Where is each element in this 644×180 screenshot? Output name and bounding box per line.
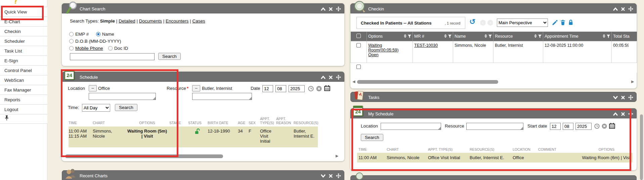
collapse-icon[interactable] [613,7,618,11]
date-year-input[interactable] [575,123,592,130]
sidebar-item-reports[interactable]: Reports [0,95,47,104]
calendar-picker-icon[interactable] [609,123,615,130]
expand-icon[interactable] [613,96,618,100]
search-type-encounters[interactable]: Encounters [166,19,188,24]
time-picker-icon[interactable] [308,86,314,93]
calendar-picker-icon[interactable] [324,85,330,92]
date-year-input[interactable] [289,85,305,92]
sidebar-item-webscan[interactable]: WebScan [0,75,47,85]
scrollbar-thumb[interactable] [65,154,223,158]
move-icon[interactable] [336,173,341,178]
date-day-input[interactable] [275,85,286,92]
scroll-left-arrow[interactable]: ◀ [352,79,355,84]
name-radio[interactable] [96,32,100,36]
collapse-icon[interactable] [321,75,326,79]
date-month-input[interactable] [550,123,561,130]
close-icon[interactable] [329,7,333,11]
search-type-detailed[interactable]: Detailed [119,19,135,24]
resource-input[interactable] [192,93,252,100]
sort-icon[interactable] [404,34,406,38]
move-icon[interactable] [628,6,633,11]
edit-perspective-icon[interactable] [552,20,558,27]
move-icon[interactable] [336,6,341,11]
move-icon[interactable] [336,75,341,80]
search-type-simple[interactable]: Simple [100,19,115,24]
prev-perspective-icon[interactable]: ‹ [480,20,486,26]
move-icon[interactable] [628,111,633,116]
dob-radio[interactable] [69,39,74,43]
refresh-icon[interactable]: ↺ [469,17,475,26]
mr-number-link[interactable]: TEST-10030 [414,43,438,48]
move-icon[interactable] [628,95,633,100]
my-schedule-search-button[interactable]: Search [361,134,383,141]
sort-icon[interactable] [444,34,447,38]
sidebar-item-checkin[interactable]: Checkin [0,26,47,36]
clear-date-icon[interactable] [602,123,607,130]
close-icon[interactable] [621,112,625,116]
sort-icon[interactable] [484,34,487,38]
sidebar-item-scheduler[interactable]: Scheduler [0,36,47,46]
chart-search-button[interactable]: Search [158,53,181,60]
schedule-appointment-row[interactable]: 11:00 AM 11:15 AM Simmons, Nicole Waitin… [69,127,318,147]
sidebar-item-quick-view[interactable]: Quick View [0,7,47,16]
perspective-select[interactable]: Main Perspective [497,19,548,27]
collapse-icon[interactable] [613,112,618,116]
sort-icon[interactable] [534,34,537,38]
row-checkbox[interactable] [356,65,361,69]
scroll-right-arrow[interactable]: ▶ [336,154,338,158]
close-icon[interactable] [621,96,625,100]
cell-options[interactable]: Waiting Room (5m) | Visit [126,127,169,147]
doc-id-radio[interactable] [108,46,113,50]
chart-search-input[interactable] [70,53,155,60]
time-select[interactable]: All Day [82,104,110,112]
my-schedule-appointment-row[interactable]: 11:00 AM Simmons, Nicole Office Visit In… [357,153,633,163]
search-type-cases[interactable]: Cases [192,19,205,24]
sidebar-item-e-chart[interactable]: E-Chart [0,16,47,26]
filter-icon[interactable] [607,35,610,38]
location-input[interactable] [381,123,441,130]
resource-input[interactable] [466,123,523,130]
checkin-panel: Checkin Checked In Patients -- All Stati… [350,3,637,88]
sidebar-item-logout[interactable]: Logout [0,104,47,114]
mobile-phone-radio[interactable] [69,46,74,50]
sort-icon[interactable] [603,34,605,38]
sidebar-pin-toggle[interactable] [0,114,47,124]
emp-radio[interactable] [69,32,74,36]
resource-collapse-button[interactable]: – [192,85,200,92]
scroll-right-arrow[interactable]: ▶ [631,79,634,84]
close-icon[interactable] [329,174,333,178]
date-month-input[interactable] [262,85,273,92]
checkin-hscrollbar[interactable]: ◀ ▶ [352,80,635,84]
page-vscrollbar-thumb[interactable] [640,114,643,180]
location-collapse-button[interactable]: – [89,85,97,92]
schedule-search-button[interactable]: Search [115,104,137,111]
time-picker-icon[interactable] [594,123,600,130]
close-icon[interactable] [329,75,333,79]
expand-icon[interactable] [321,174,326,178]
row-checkbox[interactable] [356,43,361,47]
filter-icon[interactable] [408,35,411,38]
filter-icon[interactable] [448,35,452,38]
checkin-patient-row[interactable]: Waiting Room(00:05:59)Open TEST-10030 Si… [351,41,637,63]
filter-icon[interactable] [538,35,542,38]
next-perspective-icon[interactable]: › [487,20,493,26]
sidebar-item-e-sign[interactable]: E-Sign [0,56,47,65]
collapse-icon[interactable] [321,7,326,11]
location-input[interactable] [89,93,156,100]
sidebar-item-fax-manager[interactable]: Fax Manager [0,85,47,95]
sidebar-item-task-list[interactable]: Task List [0,46,47,56]
select-all-checkbox[interactable] [356,34,361,38]
sidebar-item-control-panel[interactable]: Control Panel [0,65,47,75]
waiting-room-link[interactable]: Waiting Room(00:05:59) [368,43,398,52]
date-day-input[interactable] [563,123,573,130]
open-link[interactable]: Open [368,52,379,57]
close-icon[interactable] [621,7,625,11]
filter-icon[interactable] [488,35,492,38]
schedule-hscrollbar[interactable]: ▶ [65,154,334,158]
delete-perspective-icon[interactable] [560,20,565,26]
scrollbar-thumb[interactable] [357,80,498,84]
clear-date-icon[interactable] [316,86,322,93]
cell-options[interactable]: Waiting Room (6m) | Visit [581,153,633,163]
search-type-documents[interactable]: Documents [139,19,162,24]
lock-perspective-icon[interactable] [568,20,573,26]
